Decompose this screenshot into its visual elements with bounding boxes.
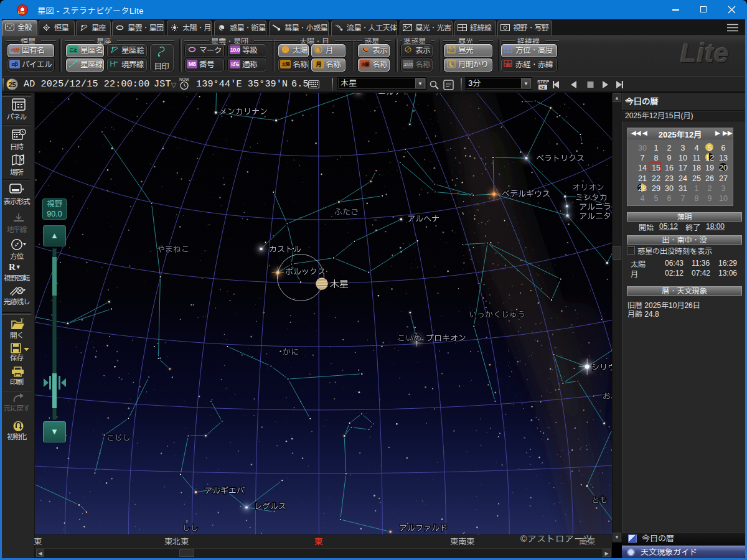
svg-text:しし: しし: [182, 522, 199, 534]
svg-text:アルファルド: アルファルド: [399, 522, 448, 534]
svg-text:2000: 2000: [505, 64, 511, 67]
svg-text:NOW: NOW: [179, 77, 190, 82]
svg-text:シリウス: シリウス: [591, 362, 612, 374]
svg-text:プロキオン: プロキオン: [426, 332, 466, 345]
svg-text:木星: 木星: [330, 278, 349, 292]
svg-text:ベラトリクス: ベラトリクス: [536, 152, 585, 165]
svg-text:ポルックス: ポルックス: [285, 266, 326, 278]
svg-text:カストル: カストル: [269, 243, 301, 256]
svg-text:STEP: STEP: [537, 79, 549, 85]
svg-text:×2: ×2: [540, 85, 545, 90]
svg-text:こいぬ: こいぬ: [397, 332, 421, 345]
svg-text:アルヘナ: アルヘナ: [407, 213, 439, 225]
svg-text:メンカリナン: メンカリナン: [219, 106, 268, 118]
svg-text:かに: かに: [283, 346, 299, 358]
svg-text:エルナト: エルナト: [378, 93, 410, 98]
svg-text:アルニタク: アルニタク: [579, 210, 612, 223]
svg-text:やまねこ: やまねこ: [157, 243, 189, 256]
svg-text:レグルス: レグルス: [254, 500, 286, 513]
svg-text:ベテルギウス: ベテルギウス: [502, 188, 550, 200]
svg-text:とも: とも: [591, 494, 608, 506]
svg-text:こじし: こじし: [106, 432, 131, 444]
svg-text:いっかくじゅう: いっかくじゅう: [469, 309, 525, 321]
svg-text:おおいぬ: おおいぬ: [603, 390, 612, 403]
svg-text:アルギエバ: アルギエバ: [204, 485, 245, 497]
svg-text:ふたご: ふたご: [334, 206, 359, 218]
